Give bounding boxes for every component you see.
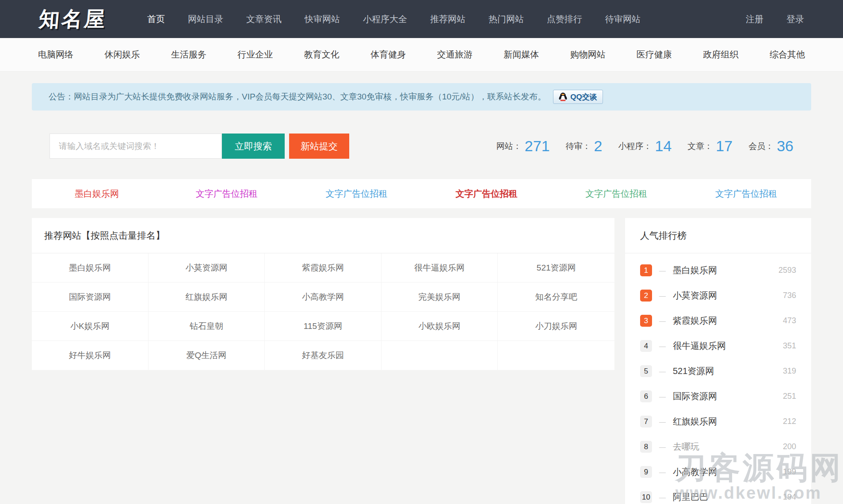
- nav-item-5[interactable]: 小程序大全: [363, 13, 407, 25]
- category-link-4[interactable]: 行业企业: [237, 49, 273, 61]
- recommended-site[interactable]: 完美娱乐网: [381, 283, 498, 312]
- search-box: 立即搜索 新站提交: [50, 134, 349, 159]
- rank-badge: 9: [640, 466, 652, 478]
- rank-item[interactable]: 8—去哪玩200: [640, 434, 796, 459]
- category-link-7[interactable]: 交通旅游: [437, 49, 473, 61]
- search-section: 立即搜索 新站提交 网站：271待审：2小程序：14文章：17会员：36: [32, 134, 811, 159]
- rank-badge: 8: [640, 441, 652, 453]
- stat-item: 待审：2: [566, 137, 603, 155]
- rank-badge: 3: [640, 315, 652, 327]
- category-link-11[interactable]: 政府组织: [703, 49, 739, 61]
- rank-item[interactable]: 6—国际资源网251: [640, 384, 796, 409]
- rank-dash-icon: —: [659, 317, 666, 325]
- recommended-site[interactable]: 墨白娱乐网: [32, 253, 149, 283]
- rank-badge: 5: [640, 365, 652, 377]
- rank-site-name: 紫霞娱乐网: [673, 315, 783, 327]
- ranking-list: 1—墨白娱乐网25932—小莫资源网7363—紫霞娱乐网4734—很牛逼娱乐网3…: [625, 253, 811, 504]
- page-container: 公告：网站目录为广大站长提供免费收录网站服务，VIP会员每天提交网站30、文章3…: [0, 83, 843, 504]
- nav-item-8[interactable]: 点赞排行: [547, 13, 582, 25]
- nav-item-4[interactable]: 快审网站: [305, 13, 340, 25]
- rank-dash-icon: —: [659, 367, 666, 375]
- category-link-5[interactable]: 教育文化: [304, 49, 339, 61]
- category-link-3[interactable]: 生活服务: [171, 49, 206, 61]
- stat-value: 2: [594, 137, 603, 155]
- rank-badge: 10: [640, 491, 652, 503]
- empty-cell: [381, 341, 498, 370]
- new-site-submit-button[interactable]: 新站提交: [289, 134, 349, 159]
- search-input[interactable]: [50, 134, 222, 159]
- category-link-6[interactable]: 体育健身: [370, 49, 406, 61]
- login-link[interactable]: 登录: [786, 13, 804, 25]
- rank-site-name: 阿里巴巴: [673, 491, 783, 503]
- recommended-site[interactable]: 115资源网: [265, 312, 381, 341]
- ad-link-1[interactable]: 墨白娱乐网: [32, 188, 162, 200]
- category-link-9[interactable]: 购物网站: [570, 49, 606, 61]
- nav-item-6[interactable]: 推荐网站: [430, 13, 465, 25]
- nav-item-7[interactable]: 热门网站: [488, 13, 524, 25]
- rank-dash-icon: —: [659, 393, 666, 400]
- rank-badge: 6: [640, 390, 652, 402]
- recommended-site[interactable]: 国际资源网: [32, 283, 149, 312]
- recommended-site[interactable]: 紫霞娱乐网: [265, 253, 381, 283]
- rank-badge: 1: [640, 264, 652, 276]
- rank-site-name: 红旗娱乐网: [673, 416, 783, 428]
- category-link-2[interactable]: 休闲娱乐: [104, 49, 140, 61]
- ad-link-6[interactable]: 文字广告位招租: [681, 188, 811, 200]
- recommended-sites-grid: 墨白娱乐网小莫资源网紫霞娱乐网很牛逼娱乐网521资源网国际资源网红旗娱乐网小高教…: [32, 253, 614, 370]
- rank-item[interactable]: 3—紫霞娱乐网473: [640, 308, 796, 333]
- category-link-12[interactable]: 综合其他: [770, 49, 805, 61]
- text-ad-strip: 墨白娱乐网文字广告位招租文字广告位招租文字广告位招租文字广告位招租文字广告位招租: [32, 179, 811, 208]
- rank-site-name: 小莫资源网: [673, 290, 783, 302]
- recommended-site[interactable]: 爱Q生活网: [149, 341, 265, 370]
- rank-item[interactable]: 7—红旗娱乐网212: [640, 409, 796, 434]
- rank-item[interactable]: 10—阿里巴巴194: [640, 485, 796, 504]
- stat-value: 271: [525, 137, 550, 155]
- auth-nav: 注册登录: [746, 13, 804, 25]
- top-navbar: 知名屋 首页网站目录文章资讯快审网站小程序大全推荐网站热门网站点赞排行待审网站 …: [0, 0, 843, 38]
- stat-label: 待审：: [566, 141, 591, 152]
- ad-link-3[interactable]: 文字广告位招租: [292, 188, 422, 200]
- rank-badge: 2: [640, 290, 652, 302]
- ad-link-5[interactable]: 文字广告位招租: [551, 188, 681, 200]
- recommended-site[interactable]: 521资源网: [498, 253, 614, 283]
- register-link[interactable]: 注册: [746, 13, 763, 25]
- recommended-site[interactable]: 好牛娱乐网: [32, 341, 149, 370]
- rank-item[interactable]: 9—小高教学网199: [640, 459, 796, 485]
- search-button[interactable]: 立即搜索: [222, 134, 285, 159]
- rank-item[interactable]: 4—很牛逼娱乐网351: [640, 333, 796, 359]
- category-bar: 电脑网络休闲娱乐生活服务行业企业教育文化体育健身交通旅游新闻媒体购物网站医疗健康…: [0, 38, 843, 72]
- category-link-10[interactable]: 医疗健康: [637, 49, 672, 61]
- category-link-1[interactable]: 电脑网络: [38, 49, 73, 61]
- rank-count: 736: [783, 291, 796, 300]
- recommended-site[interactable]: 小K娱乐网: [32, 312, 149, 341]
- recommended-site[interactable]: 好基友乐园: [265, 341, 381, 370]
- main-nav: 首页网站目录文章资讯快审网站小程序大全推荐网站热门网站点赞排行待审网站: [147, 13, 641, 25]
- recommended-site[interactable]: 小刀娱乐网: [498, 312, 614, 341]
- rank-item[interactable]: 1—墨白娱乐网2593: [640, 258, 796, 283]
- nav-item-2[interactable]: 网站目录: [188, 13, 223, 25]
- qq-chat-button[interactable]: QQ交谈: [553, 90, 603, 104]
- ad-link-2[interactable]: 文字广告位招租: [162, 188, 292, 200]
- qq-penguin-icon: [559, 92, 567, 102]
- category-link-8[interactable]: 新闻媒体: [504, 49, 539, 61]
- stat-item: 小程序：14: [618, 137, 672, 155]
- recommended-site[interactable]: 小欧娱乐网: [381, 312, 498, 341]
- nav-item-9[interactable]: 待审网站: [605, 13, 641, 25]
- nav-item-3[interactable]: 文章资讯: [246, 13, 282, 25]
- recommended-site[interactable]: 红旗娱乐网: [149, 283, 265, 312]
- ad-link-4[interactable]: 文字广告位招租: [422, 188, 552, 200]
- rank-item[interactable]: 5—521资源网319: [640, 359, 796, 384]
- recommended-site[interactable]: 知名分享吧: [498, 283, 614, 312]
- recommended-site[interactable]: 钻石皇朝: [149, 312, 265, 341]
- rank-item[interactable]: 2—小莫资源网736: [640, 283, 796, 308]
- recommended-site[interactable]: 小莫资源网: [149, 253, 265, 283]
- nav-item-1[interactable]: 首页: [147, 13, 165, 25]
- rank-count: 212: [783, 417, 796, 426]
- stat-label: 文章：: [687, 141, 713, 152]
- stat-value: 17: [716, 137, 732, 155]
- site-logo[interactable]: 知名屋: [38, 5, 108, 33]
- rank-dash-icon: —: [659, 342, 666, 350]
- recommended-site[interactable]: 小高教学网: [265, 283, 381, 312]
- recommended-site[interactable]: 很牛逼娱乐网: [381, 253, 498, 283]
- rank-badge: 4: [640, 340, 652, 352]
